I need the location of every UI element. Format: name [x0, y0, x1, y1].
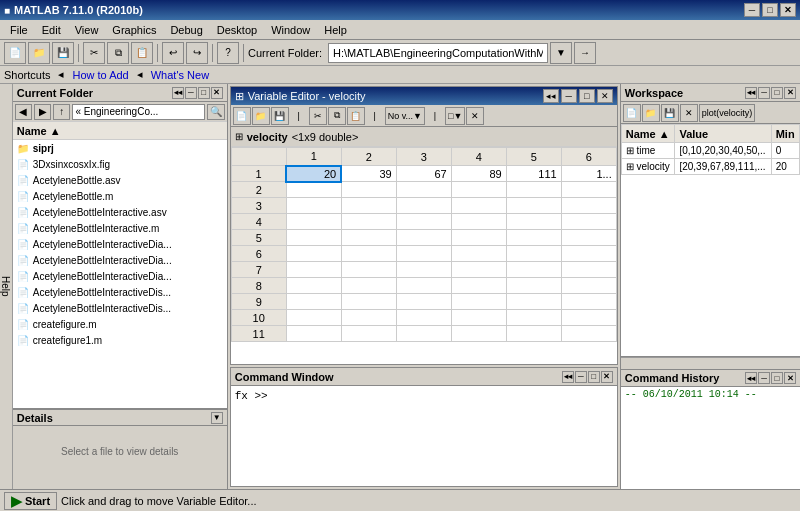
- grid-cell[interactable]: [396, 310, 451, 326]
- new-file-button[interactable]: 📄: [4, 42, 26, 64]
- grid-cell[interactable]: [396, 198, 451, 214]
- grid-cell[interactable]: [506, 230, 561, 246]
- grid-cell[interactable]: [506, 214, 561, 230]
- cut-button[interactable]: ✂: [83, 42, 105, 64]
- grid-cell[interactable]: [451, 278, 506, 294]
- ch-max-button[interactable]: □: [771, 372, 783, 384]
- ve-plot-dropdown[interactable]: No v...▼: [385, 107, 425, 125]
- grid-cell[interactable]: [561, 326, 616, 342]
- panel-close-button[interactable]: ✕: [211, 87, 223, 99]
- panel-min-button[interactable]: ─: [185, 87, 197, 99]
- list-item[interactable]: 📄 createfigure.m: [13, 316, 227, 332]
- grid-cell[interactable]: [561, 214, 616, 230]
- whats-new-link[interactable]: What's New: [151, 69, 209, 81]
- menu-view[interactable]: View: [69, 22, 105, 38]
- grid-cell[interactable]: [396, 182, 451, 198]
- ws-new-button[interactable]: 📄: [623, 104, 641, 122]
- list-item[interactable]: 📄 AcetyleneBottleInteractive.asv: [13, 204, 227, 220]
- grid-cell[interactable]: 67: [396, 166, 451, 182]
- list-item[interactable]: 📄 AcetyleneBottleInteractiveDis...: [13, 300, 227, 316]
- ch-undock-button[interactable]: ◂◂: [745, 372, 757, 384]
- grid-cell[interactable]: [506, 278, 561, 294]
- list-item[interactable]: 📄 AcetyleneBottleInteractive.m: [13, 220, 227, 236]
- grid-cell[interactable]: [451, 246, 506, 262]
- grid-cell[interactable]: 1...: [561, 166, 616, 182]
- menu-window[interactable]: Window: [265, 22, 316, 38]
- grid-cell[interactable]: [341, 326, 396, 342]
- grid-cell[interactable]: [451, 262, 506, 278]
- grid-cell[interactable]: [561, 310, 616, 326]
- folder-path-input[interactable]: [72, 104, 205, 120]
- ve-save-button[interactable]: 💾: [271, 107, 289, 125]
- forward-button[interactable]: ▶: [34, 104, 51, 120]
- help-panel[interactable]: Help: [0, 84, 13, 489]
- grid-cell[interactable]: [506, 246, 561, 262]
- list-item[interactable]: 📄 AcetyleneBottleInteractiveDia...: [13, 252, 227, 268]
- ws-delete-button[interactable]: ✕: [680, 104, 698, 122]
- grid-cell[interactable]: [396, 294, 451, 310]
- ws-var-name[interactable]: ⊞ time: [621, 143, 675, 159]
- list-item[interactable]: 📁 siprj: [13, 140, 227, 156]
- ch-min-button[interactable]: ─: [758, 372, 770, 384]
- grid-cell[interactable]: [561, 198, 616, 214]
- menu-edit[interactable]: Edit: [36, 22, 67, 38]
- current-folder-input[interactable]: [328, 43, 548, 63]
- menu-help[interactable]: Help: [318, 22, 353, 38]
- grid-cell[interactable]: [451, 326, 506, 342]
- ve-undock-button[interactable]: ◂◂: [543, 89, 559, 103]
- menu-graphics[interactable]: Graphics: [106, 22, 162, 38]
- list-item[interactable]: 📄 3DxsinxcosxIx.fig: [13, 156, 227, 172]
- ws-min-button[interactable]: ─: [758, 87, 770, 99]
- ve-open-button[interactable]: 📁: [252, 107, 270, 125]
- grid-cell[interactable]: [341, 278, 396, 294]
- help-button[interactable]: ?: [217, 42, 239, 64]
- grid-cell[interactable]: [561, 246, 616, 262]
- grid-cell[interactable]: [341, 214, 396, 230]
- workspace-scrollbar[interactable]: [621, 357, 800, 369]
- menu-debug[interactable]: Debug: [164, 22, 208, 38]
- start-button[interactable]: ▶ Start: [4, 492, 57, 510]
- list-item[interactable]: 📄 AcetyleneBottleInteractiveDia...: [13, 268, 227, 284]
- grid-cell[interactable]: [506, 326, 561, 342]
- grid-cell[interactable]: [341, 262, 396, 278]
- grid-cell[interactable]: [506, 294, 561, 310]
- open-button[interactable]: 📁: [28, 42, 50, 64]
- command-window-content[interactable]: fx >>: [231, 386, 617, 486]
- close-button[interactable]: ✕: [780, 3, 796, 17]
- ws-plot-button[interactable]: plot(velocity): [699, 104, 756, 122]
- grid-cell[interactable]: [506, 310, 561, 326]
- maximize-button[interactable]: □: [762, 3, 778, 17]
- copy-button[interactable]: ⧉: [107, 42, 129, 64]
- cw-undock-button[interactable]: ◂◂: [562, 371, 574, 383]
- ve-cut-button[interactable]: ✂: [309, 107, 327, 125]
- ve-copy-button[interactable]: ⧉: [328, 107, 346, 125]
- grid-cell[interactable]: [561, 262, 616, 278]
- ve-close2-button[interactable]: ✕: [466, 107, 484, 125]
- ws-max-button[interactable]: □: [771, 87, 783, 99]
- details-toggle[interactable]: ▼: [211, 412, 223, 424]
- ve-min-button[interactable]: ─: [561, 89, 577, 103]
- list-item[interactable]: 📄 AcetyleneBottleInteractiveDis...: [13, 284, 227, 300]
- grid-cell[interactable]: [396, 246, 451, 262]
- ws-save-button[interactable]: 💾: [661, 104, 679, 122]
- undo-button[interactable]: ↩: [162, 42, 184, 64]
- grid-cell[interactable]: [561, 294, 616, 310]
- grid-cell[interactable]: [286, 262, 341, 278]
- grid-cell[interactable]: [396, 326, 451, 342]
- grid-cell[interactable]: [561, 278, 616, 294]
- grid-cell[interactable]: [286, 246, 341, 262]
- cw-close-button[interactable]: ✕: [601, 371, 613, 383]
- grid-cell[interactable]: [286, 214, 341, 230]
- grid-cell[interactable]: [341, 310, 396, 326]
- grid-cell[interactable]: [341, 246, 396, 262]
- grid-cell[interactable]: [451, 310, 506, 326]
- grid-cell[interactable]: 111: [506, 166, 561, 182]
- grid-cell[interactable]: [286, 230, 341, 246]
- grid-cell[interactable]: [396, 278, 451, 294]
- ve-extra-button[interactable]: □▼: [445, 107, 465, 125]
- grid-cell[interactable]: [506, 198, 561, 214]
- ws-open-button[interactable]: 📁: [642, 104, 660, 122]
- grid-cell[interactable]: [341, 230, 396, 246]
- ws-var-name[interactable]: ⊞ velocity: [621, 159, 675, 175]
- grid-cell[interactable]: [561, 182, 616, 198]
